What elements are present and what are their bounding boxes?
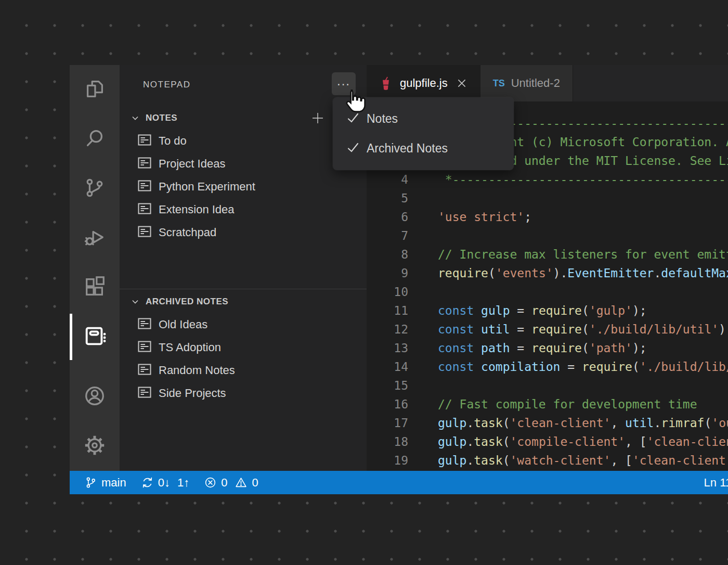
sidebar-title: NOTEPAD [143, 74, 190, 95]
line-number: 9 [367, 266, 408, 280]
check-icon [333, 111, 360, 127]
note-icon [120, 203, 151, 216]
section-label: ARCHIVED NOTES [146, 297, 228, 307]
warning-count: 0 [252, 476, 258, 490]
token-string: 'use strict' [438, 210, 524, 224]
note-title: To do [159, 134, 187, 148]
line-number: 7 [367, 229, 408, 242]
line-number: 12 [367, 323, 408, 336]
note-list-item[interactable]: Extension Idea [120, 198, 367, 221]
menu-item-label: Notes [367, 112, 398, 126]
token-string: './build/lib/compilation' [640, 360, 728, 374]
git-branch-icon [84, 476, 97, 489]
activity-item-source-control[interactable] [70, 164, 120, 213]
token-variable: gulp [438, 454, 466, 467]
tab-untitled-2[interactable]: TSUntitled-2 [480, 65, 573, 101]
token-variable: util [625, 416, 654, 430]
tab-gulpfile-js[interactable]: gulpfile.js [367, 65, 480, 101]
note-title: Old Ideas [159, 318, 207, 331]
token-string: 'out' [711, 416, 728, 430]
note-icon [120, 157, 151, 171]
token-plain: , [610, 416, 625, 430]
note-list-item[interactable]: Random Notes [120, 359, 367, 382]
activity-item-notepad[interactable] [70, 312, 120, 362]
code-line: 13const path = require('path'); [367, 339, 728, 357]
line-source: gulp.task('watch-client', ['clean-client… [438, 454, 728, 467]
menu-item-label: Archived Notes [367, 142, 448, 156]
note-icon [120, 364, 151, 377]
note-list-item[interactable]: TS Adoption [120, 336, 367, 359]
token-plain: . [654, 266, 661, 280]
activity-bar-spacer [70, 362, 120, 372]
activity-item-settings[interactable] [70, 421, 120, 471]
token-string: 'clean-client' [510, 416, 611, 430]
token-plain: , [ [625, 435, 647, 448]
section-header-notes[interactable]: NOTES [120, 107, 367, 130]
token-plain: ). [553, 266, 568, 280]
token-plain: ( [582, 341, 589, 355]
section-header-archived-notes[interactable]: ARCHIVED NOTES [120, 290, 367, 313]
activity-item-search[interactable] [70, 114, 120, 164]
token-function: rimraf [661, 416, 704, 430]
sidebar: NOTEPAD ... NOTESTo doProject IdeasPytho… [120, 65, 367, 471]
menu-item-notes[interactable]: Notes [333, 104, 514, 134]
token-keyword: const [438, 323, 481, 336]
token-variable: gulp [438, 435, 466, 448]
files-icon [83, 77, 107, 103]
branch-status-item[interactable]: main [84, 476, 126, 490]
token-plain: . [654, 416, 661, 430]
note-list-item[interactable]: Side Projects [120, 382, 367, 405]
sync-down-count: 0↓ [158, 476, 170, 490]
cursor-position-status[interactable]: Ln 11 [704, 476, 728, 490]
add-note-button[interactable] [311, 111, 324, 125]
code-line: 15 [367, 376, 728, 395]
note-list-item[interactable]: Python Experiment [120, 175, 367, 198]
close-icon[interactable] [456, 78, 467, 89]
line-number: 18 [367, 435, 408, 448]
account-icon [83, 384, 107, 410]
check-icon [333, 141, 360, 157]
note-title: Extension Idea [159, 203, 235, 216]
code-line: 10 [367, 282, 728, 301]
note-title: Scratchpad [159, 226, 216, 239]
problems-status-item[interactable]: 0 0 [204, 476, 266, 490]
activity-item-account[interactable] [70, 372, 120, 421]
line-source: // Fast compile for development time [438, 397, 697, 411]
token-comment: // Increase max listeners for event emit… [438, 248, 728, 261]
note-list-item[interactable]: Old Ideas [120, 313, 367, 336]
activity-item-explorer[interactable] [70, 65, 120, 114]
token-function: task [474, 416, 502, 430]
activity-item-run-debug[interactable] [70, 213, 120, 263]
note-list-item[interactable]: Project Ideas [120, 152, 367, 175]
menu-item-archived-notes[interactable]: Archived Notes [333, 134, 514, 163]
line-source: // Increase max listeners for event emit… [438, 248, 728, 261]
token-variable: util [481, 323, 510, 336]
code-line: 11const gulp = require('gulp'); [367, 301, 728, 320]
line-number: 11 [367, 304, 408, 317]
line-number: 6 [367, 210, 408, 224]
code-line: 19gulp.task('watch-client', ['clean-clie… [367, 451, 728, 470]
note-title: TS Adoption [159, 341, 221, 354]
code-line: 4 *-------------------------------------… [367, 170, 728, 189]
extensions-icon [83, 275, 107, 301]
token-plain: = [510, 341, 531, 355]
line-number: 5 [367, 191, 408, 205]
line-source: 'use strict'; [438, 210, 531, 224]
note-icon [120, 387, 151, 400]
activity-item-extensions[interactable] [70, 263, 120, 312]
token-function: require [531, 304, 582, 317]
line-number: 16 [367, 397, 408, 411]
note-icon [120, 341, 151, 354]
ellipsis-icon: ... [337, 74, 350, 88]
section-label: NOTES [146, 113, 177, 123]
note-list-item[interactable]: Scratchpad [120, 221, 367, 244]
note-list-item[interactable]: To do [120, 130, 367, 152]
token-variable: compilation [481, 360, 560, 374]
chevron-down-icon [131, 298, 139, 306]
more-actions-button[interactable]: ... [332, 72, 356, 95]
sync-status-item[interactable]: 0↓ 1↑ [141, 476, 190, 490]
token-variable: path [481, 341, 510, 355]
token-string: 'events' [496, 266, 553, 280]
source-control-icon [83, 176, 107, 202]
token-function: task [474, 435, 502, 448]
